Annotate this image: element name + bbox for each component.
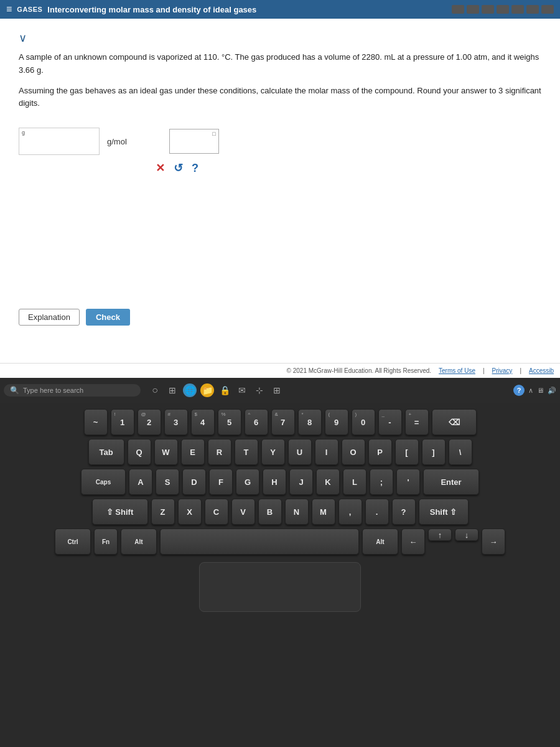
key-alt[interactable]: Alt [121,529,157,555]
key-alt-right[interactable]: Alt [362,529,398,555]
key-equals[interactable]: += [405,409,429,435]
key-ctrl[interactable]: Ctrl [55,529,91,555]
key-h[interactable]: H [263,469,286,495]
key-q[interactable]: Q [128,439,151,465]
answer-input-box[interactable]: g [19,128,100,155]
key-7[interactable]: &7 [271,409,295,435]
taskbar-network-icon: 🖥 [537,387,544,394]
key-1[interactable]: !1 [111,409,134,435]
key-bracket-open[interactable]: [ [395,439,419,465]
key-i[interactable]: I [315,439,338,465]
taskbar-speaker-icon[interactable]: 🔊 [548,387,556,395]
key-b[interactable]: B [258,499,282,525]
taskbar-help-icon[interactable]: ? [513,385,525,396]
hamburger-icon[interactable]: ≡ [6,4,12,15]
key-semicolon[interactable]: ; [370,469,393,495]
taskbar-circle-icon[interactable]: ○ [148,383,162,397]
key-period[interactable]: . [365,499,389,525]
key-quote[interactable]: ' [396,469,420,495]
key-tilde[interactable]: ~ [84,409,108,435]
window-btn-2[interactable] [467,5,479,14]
accessibility-link[interactable]: Accessib [529,367,554,374]
window-btn-5[interactable] [511,5,524,14]
answer-input-field[interactable] [23,136,73,147]
key-arrow-right[interactable]: → [482,529,505,555]
key-j[interactable]: J [289,469,313,495]
taskbar-star-icon[interactable]: ⊹ [253,383,266,397]
key-enter[interactable]: Enter [423,469,479,495]
key-8[interactable]: *8 [298,409,322,435]
check-button[interactable]: Check [86,309,130,326]
key-arrow-down[interactable]: ↓ [455,529,478,541]
key-capslock[interactable]: Caps [81,469,126,495]
key-tab[interactable]: Tab [88,439,124,465]
key-t[interactable]: T [235,439,258,465]
key-y[interactable]: Y [261,439,285,465]
window-btn-4[interactable] [497,5,509,14]
key-v[interactable]: V [231,499,255,525]
key-shift-left[interactable]: ⇧ Shift [92,499,148,525]
taskbar-folder-icon[interactable]: 📁 [200,383,214,397]
key-space[interactable] [160,529,359,555]
key-f[interactable]: F [209,469,233,495]
key-2[interactable]: @2 [138,409,161,435]
window-btn-7[interactable] [541,5,554,14]
secondary-entry-box[interactable]: □ [169,129,219,154]
taskbar-window-icon[interactable]: ⊞ [166,383,179,397]
footer-divider2: | [520,367,521,374]
key-x[interactable]: X [178,499,202,525]
key-m[interactable]: M [312,499,335,525]
key-fn[interactable]: Fn [94,529,118,555]
key-w[interactable]: W [154,439,178,465]
clear-button[interactable]: ✕ [156,161,165,175]
taskbar-browser-icon[interactable]: 🌐 [183,383,197,397]
taskbar-search-box[interactable]: 🔍 Type here to search [4,384,141,397]
key-z[interactable]: Z [151,499,175,525]
key-comma[interactable]: , [338,499,362,525]
key-5[interactable]: %5 [218,409,241,435]
key-minus[interactable]: _- [378,409,402,435]
trackpad[interactable] [199,562,361,612]
key-c[interactable]: C [205,499,228,525]
key-6[interactable]: ^6 [245,409,268,435]
key-d[interactable]: D [182,469,206,495]
key-a[interactable]: A [129,469,152,495]
key-bracket-close[interactable]: ] [422,439,446,465]
window-btn-1[interactable] [452,5,464,14]
answer-row: g g/mol □ [19,128,541,155]
taskbar-expand-icon[interactable]: ∧ [528,387,533,395]
chevron-down-icon[interactable]: ∨ [19,31,541,45]
taskbar-lock-icon[interactable]: 🔒 [218,383,231,397]
key-arrow-left[interactable]: ← [401,529,425,555]
key-g[interactable]: G [236,469,259,495]
taskbar-mail-icon[interactable]: ✉ [235,383,249,397]
key-9[interactable]: (9 [325,409,348,435]
key-r[interactable]: R [208,439,231,465]
key-n[interactable]: N [285,499,309,525]
explanation-button[interactable]: Explanation [19,309,80,326]
key-l[interactable]: L [343,469,366,495]
key-backspace[interactable]: ⌫ [432,409,477,435]
taskbar-search-placeholder: Type here to search [23,387,83,394]
terms-link[interactable]: Terms of Use [439,367,475,374]
key-o[interactable]: O [342,439,365,465]
key-u[interactable]: U [288,439,312,465]
key-backslash[interactable]: \ [449,439,472,465]
key-k[interactable]: K [316,469,340,495]
help-inline-button[interactable]: ? [192,162,198,175]
undo-button[interactable]: ↺ [174,161,183,175]
privacy-link[interactable]: Privacy [492,367,513,374]
key-shift-right[interactable]: Shift ⇧ [419,499,469,525]
key-p[interactable]: P [368,439,392,465]
window-btn-3[interactable] [482,5,494,14]
page-title: Interconverting molar mass and density o… [47,5,256,14]
key-slash[interactable]: ? [392,499,416,525]
key-arrow-up[interactable]: ↑ [428,529,452,541]
key-0[interactable]: )0 [352,409,375,435]
taskbar-grid-icon[interactable]: ⊞ [270,383,284,397]
key-s[interactable]: S [156,469,179,495]
key-3[interactable]: #3 [164,409,188,435]
window-btn-6[interactable] [526,5,539,14]
key-e[interactable]: E [181,439,205,465]
key-4[interactable]: $4 [191,409,215,435]
